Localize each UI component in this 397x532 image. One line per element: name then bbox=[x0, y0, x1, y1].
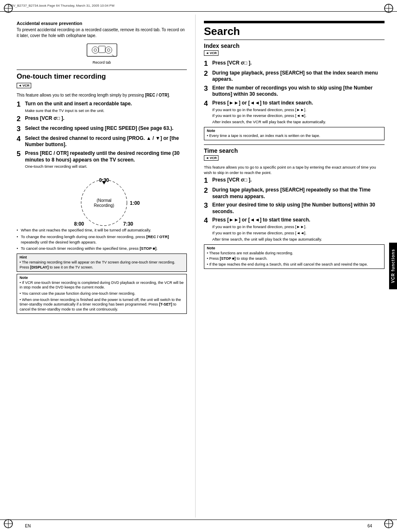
right-column: Search Index search ◄ VCR 1 Press [VCR σ… bbox=[196, 15, 397, 517]
otr-step-4: 4 Select the desired channel to record u… bbox=[17, 135, 187, 148]
step-num-3: 3 bbox=[17, 125, 25, 133]
time-search-divider bbox=[204, 144, 385, 145]
index-step-title-1: Press [VCR σ□ ]. bbox=[212, 60, 385, 67]
time-badge-text: VCR bbox=[210, 156, 217, 160]
time-step-content-1: Press [VCR σ□ ]. bbox=[212, 177, 385, 185]
erasure-body: To prevent accidental recording on a rec… bbox=[17, 27, 187, 39]
index-step-num-2: 2 bbox=[204, 70, 212, 83]
svg-rect-12 bbox=[87, 44, 117, 56]
otr-note-content: • If VCR one-touch timer recording is co… bbox=[20, 281, 184, 312]
index-badge-text: VCR bbox=[210, 51, 217, 55]
index-note-box: Note • Every time a tape is recorded, an… bbox=[204, 127, 385, 140]
time-step-detail-4a: If you want to go in the forward directi… bbox=[212, 224, 385, 230]
time-step-4: 4 Press [►►] or [◄◄] to start time searc… bbox=[204, 217, 385, 242]
svg-rect-17 bbox=[99, 46, 105, 53]
badge-arrow: ◄ bbox=[18, 84, 22, 87]
index-step-detail-4b: If you want to go in the reverse directi… bbox=[212, 113, 385, 119]
svg-point-19 bbox=[81, 180, 127, 226]
time-step-num-2: 2 bbox=[204, 187, 212, 200]
time-step-content-2: During tape playback, press [SEARCH] rep… bbox=[212, 187, 385, 200]
index-step-content-4: Press [►►] or [◄◄] to start index search… bbox=[212, 100, 385, 125]
time-vcr-badge: ◄ VCR bbox=[204, 155, 218, 161]
time-note-box: Note • These functions are not available… bbox=[204, 244, 385, 269]
step-content-4: Select the desired channel to record usi… bbox=[25, 135, 187, 148]
index-step-title-4: Press [►►] or [◄◄] to start index search… bbox=[212, 100, 385, 107]
time-step-content-3: Enter your desired time to skip using [t… bbox=[212, 202, 385, 215]
step-num-4: 4 bbox=[17, 135, 25, 148]
otr-section: One-touch timer recording ◄ VCR This fea… bbox=[17, 72, 187, 314]
time-step-2: 2 During tape playback, press [SEARCH] r… bbox=[204, 187, 385, 200]
otr-step-3: 3 Select the recording speed using [REC … bbox=[17, 125, 187, 133]
step-detail-1: Make sure that the TV input is set on th… bbox=[25, 108, 187, 114]
svg-text:8:00: 8:00 bbox=[74, 221, 84, 227]
index-step-num-3: 3 bbox=[204, 85, 212, 98]
page-number: 64 bbox=[367, 524, 372, 528]
otr-note-title: Note bbox=[20, 276, 184, 280]
step-content-1: Turn on the unit and insert a recordable… bbox=[25, 101, 187, 113]
step-num-2: 2 bbox=[17, 115, 25, 123]
index-step-4: 4 Press [►►] or [◄◄] to start index sear… bbox=[204, 100, 385, 125]
otr-step-2: 2 Press [VCR σ□ ]. bbox=[17, 115, 187, 123]
index-step-num-1: 1 bbox=[204, 60, 212, 68]
step-detail-5: One-touch timer recording will start. bbox=[25, 164, 187, 169]
page: DRV_B2737_B2734.book Page 64 Thursday, M… bbox=[0, 0, 397, 532]
side-tab: VCR functions bbox=[389, 243, 397, 289]
index-step-content-3: Enter the number of recordings you wish … bbox=[212, 85, 385, 98]
step-title-4: Select the desired channel to record usi… bbox=[25, 135, 187, 148]
time-search-intro: This feature allows you to go to a speci… bbox=[204, 165, 385, 176]
svg-text:Recording): Recording) bbox=[94, 203, 114, 208]
bullet-1: When the unit reaches the specified time… bbox=[17, 228, 187, 233]
hint-box: Hint • The remaining recording time will… bbox=[17, 254, 187, 271]
otr-step-1: 1 Turn on the unit and insert a recordab… bbox=[17, 101, 187, 113]
time-step-num-1: 1 bbox=[204, 177, 212, 185]
bottom-bar: EN 64 bbox=[0, 520, 397, 532]
time-note-title: Note bbox=[207, 246, 382, 250]
step-num-1: 1 bbox=[17, 101, 25, 113]
time-note-content: • These functions are not available duri… bbox=[207, 251, 382, 267]
cassette-diagram: Record tab bbox=[17, 42, 187, 65]
index-search-title: Index search bbox=[204, 42, 385, 49]
bullet-2: To change the recording length during on… bbox=[17, 234, 187, 245]
index-step-title-2: During tape playback, press [SEARCH] so … bbox=[212, 70, 385, 83]
index-step-3: 3 Enter the number of recordings you wis… bbox=[204, 85, 385, 98]
time-step-title-1: Press [VCR σ□ ]. bbox=[212, 177, 385, 184]
step-content-2: Press [VCR σ□ ]. bbox=[25, 115, 187, 123]
top-bar: DRV_B2737_B2734.book Page 64 Thursday, M… bbox=[0, 0, 397, 12]
step-title-2: Press [VCR σ□ ]. bbox=[25, 115, 187, 122]
index-step-content-2: During tape playback, press [SEARCH] so … bbox=[212, 70, 385, 83]
index-vcr-badge-container: ◄ VCR bbox=[204, 50, 385, 58]
svg-point-15 bbox=[105, 47, 112, 53]
left-column: Accidental erasure prevention To prevent… bbox=[0, 15, 196, 517]
erasure-title: Accidental erasure prevention bbox=[17, 21, 187, 26]
index-badge-arrow: ◄ bbox=[206, 51, 209, 55]
index-step-detail-4a: If you want to go in the forward directi… bbox=[212, 107, 385, 113]
file-info: DRV_B2737_B2734.book Page 64 Thursday, M… bbox=[8, 4, 114, 7]
dial-diagram: 0:30 1:00 8:00 7:30 (Normal Recording) bbox=[67, 174, 137, 224]
index-step-content-1: Press [VCR σ□ ]. bbox=[212, 60, 385, 68]
step-content-5: Press [REC / OTR] repeatedly until the d… bbox=[25, 150, 187, 169]
index-note-content: • Every time a tape is recorded, an inde… bbox=[207, 134, 382, 139]
time-step-num-4: 4 bbox=[204, 217, 212, 242]
otr-intro: This feature allows you to set the recor… bbox=[17, 92, 187, 98]
otr-vcr-badge-container: ◄ VCR bbox=[17, 82, 187, 90]
otr-vcr-badge: ◄ VCR bbox=[17, 83, 31, 88]
time-step-1: 1 Press [VCR σ□ ]. bbox=[204, 177, 385, 185]
index-step-2: 2 During tape playback, press [SEARCH] s… bbox=[204, 70, 385, 83]
index-vcr-badge: ◄ VCR bbox=[204, 50, 218, 56]
badge-text: VCR bbox=[22, 84, 30, 87]
main-content: Accidental erasure prevention To prevent… bbox=[0, 15, 397, 517]
index-step-1: 1 Press [VCR σ□ ]. bbox=[204, 60, 385, 68]
otr-step-5: 5 Press [REC / OTR] repeatedly until the… bbox=[17, 150, 187, 169]
page-label: EN bbox=[25, 524, 31, 528]
index-note-title: Note bbox=[207, 129, 382, 133]
erasure-section: Accidental erasure prevention To prevent… bbox=[17, 21, 187, 65]
hint-content: • The remaining recording time will appe… bbox=[20, 260, 184, 270]
time-step-title-2: During tape playback, press [SEARCH] rep… bbox=[212, 187, 385, 200]
index-step-detail-4c: After index search, the VCR will play ba… bbox=[212, 119, 385, 125]
bullet-3: To cancel one-touch timer recording with… bbox=[17, 246, 187, 251]
otr-note-box: Note • If VCR one-touch timer recording … bbox=[17, 274, 187, 314]
hint-title: Hint bbox=[20, 255, 184, 259]
index-step-num-4: 4 bbox=[204, 100, 212, 125]
time-step-3: 3 Enter your desired time to skip using … bbox=[204, 202, 385, 215]
time-step-title-3: Enter your desired time to skip using [t… bbox=[212, 202, 385, 215]
